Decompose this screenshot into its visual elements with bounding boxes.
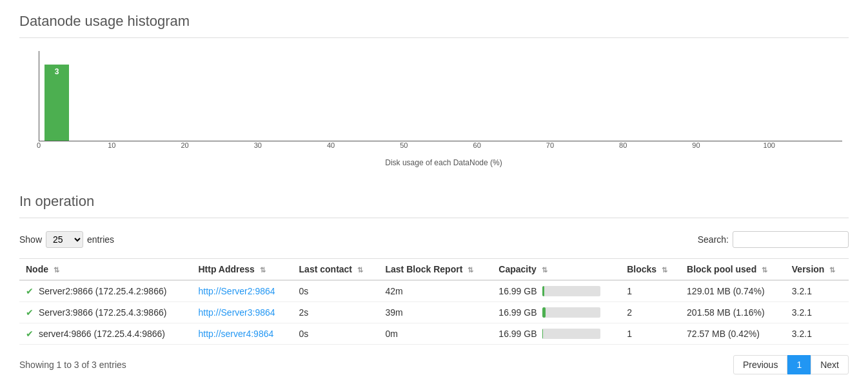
http-cell: http://Server3:9864: [192, 302, 293, 323]
histogram-bar: 3: [44, 65, 69, 141]
sort-icon-contact: ⇅: [357, 266, 363, 274]
x-tick-20: 20: [181, 141, 188, 149]
version-cell: 3.2.1: [785, 302, 849, 323]
table-body: ✔ Server2:9866 (172.25.4.2:9866) http://…: [19, 280, 849, 345]
version-cell: 3.2.1: [785, 280, 849, 302]
capacity-bar-container: [542, 307, 600, 318]
capacity-bar-container: [542, 329, 600, 339]
sort-icon-node: ⇅: [54, 266, 59, 274]
last-contact-cell: 0s: [293, 280, 379, 302]
sort-icon-http: ⇅: [260, 266, 266, 274]
x-tick-90: 90: [692, 141, 700, 149]
col-last-block-report[interactable]: Last Block Report ⇅: [379, 259, 493, 281]
in-operation-section: In operation Show 25 10 50 100 entries S…: [19, 193, 849, 374]
http-link[interactable]: http://Server2:9864: [199, 286, 275, 296]
node-name: server4:9866 (172.25.4.4:9866): [39, 329, 165, 339]
http-link[interactable]: http://server4:9864: [199, 329, 274, 339]
next-button[interactable]: Next: [811, 355, 849, 374]
histogram-chart: 3: [39, 51, 842, 141]
node-cell: ✔ Server2:9866 (172.25.4.2:9866): [19, 280, 192, 302]
sort-icon-pool: ⇅: [762, 266, 767, 274]
sort-icon-capacity: ⇅: [542, 266, 547, 274]
table-header: Node ⇅ Http Address ⇅ Last contact ⇅ Las…: [19, 259, 849, 281]
capacity-text: 16.99 GB: [498, 329, 537, 339]
col-version[interactable]: Version ⇅: [785, 259, 849, 281]
show-entries-control: Show 25 10 50 100 entries: [19, 231, 114, 248]
histogram-divider: [19, 37, 849, 38]
blocks-cell: 1: [620, 280, 680, 302]
node-name: Server2:9866 (172.25.4.2:9866): [39, 286, 166, 296]
previous-button[interactable]: Previous: [733, 355, 787, 374]
check-icon: ✔: [26, 307, 34, 318]
last-contact-cell: 2s: [293, 302, 379, 323]
check-icon: ✔: [26, 329, 34, 339]
page-1-button[interactable]: 1: [787, 355, 811, 374]
capacity-bar-fill: [542, 329, 544, 339]
sort-icon-block-report: ⇅: [468, 266, 473, 274]
http-cell: http://Server2:9864: [192, 280, 293, 302]
last-block-report-cell: 42m: [379, 280, 493, 302]
capacity-bar-fill: [542, 286, 544, 296]
last-block-report-cell: 0m: [379, 323, 493, 345]
pagination-buttons: Previous 1 Next: [733, 355, 849, 374]
node-cell: ✔ Server3:9866 (172.25.4.3:9866): [19, 302, 192, 323]
pagination-container: Showing 1 to 3 of 3 entries Previous 1 N…: [19, 355, 849, 374]
capacity-cell: 16.99 GB: [492, 323, 620, 345]
capacity-cell: 16.99 GB: [492, 302, 620, 323]
x-tick-50: 50: [400, 141, 408, 149]
table-row: ✔ server4:9866 (172.25.4.4:9866) http://…: [19, 323, 849, 345]
x-tick-70: 70: [546, 141, 554, 149]
sort-icon-blocks: ⇅: [662, 266, 667, 274]
x-axis-label: Disk usage of each DataNode (%): [39, 158, 849, 167]
capacity-text: 16.99 GB: [498, 286, 537, 296]
blocks-cell: 1: [620, 323, 680, 345]
search-input[interactable]: [733, 231, 849, 248]
col-last-contact[interactable]: Last contact ⇅: [293, 259, 379, 281]
capacity-cell: 16.99 GB: [492, 280, 620, 302]
x-tick-30: 30: [254, 141, 262, 149]
capacity-bar-fill: [542, 307, 546, 318]
http-link[interactable]: http://Server3:9864: [199, 307, 275, 318]
search-box: Search:: [698, 231, 849, 248]
node-cell: ✔ server4:9866 (172.25.4.4:9866): [19, 323, 192, 345]
last-block-report-cell: 39m: [379, 302, 493, 323]
show-entries-select[interactable]: 25 10 50 100: [46, 231, 83, 248]
show-label: Show: [19, 234, 42, 245]
x-tick-40: 40: [327, 141, 335, 149]
block-pool-cell: 201.58 MB (1.16%): [680, 302, 785, 323]
histogram-title: Datanode usage histogram: [19, 13, 849, 30]
x-axis: 0 10 20 30 40 50 60 70 80 90 100: [39, 141, 842, 154]
histogram-section: Datanode usage histogram 3 0 10 20 30 40…: [19, 13, 849, 167]
showing-text: Showing 1 to 3 of 3 entries: [19, 360, 126, 370]
table-row: ✔ Server2:9866 (172.25.4.2:9866) http://…: [19, 280, 849, 302]
version-cell: 3.2.1: [785, 323, 849, 345]
sort-icon-version: ⇅: [829, 266, 835, 274]
block-pool-cell: 72.57 MB (0.42%): [680, 323, 785, 345]
check-icon: ✔: [26, 286, 34, 296]
http-cell: http://server4:9864: [192, 323, 293, 345]
in-operation-title: In operation: [19, 193, 849, 210]
datanode-table: Node ⇅ Http Address ⇅ Last contact ⇅ Las…: [19, 258, 849, 345]
col-node[interactable]: Node ⇅: [19, 259, 192, 281]
node-name: Server3:9866 (172.25.4.3:9866): [39, 307, 166, 318]
block-pool-cell: 129.01 MB (0.74%): [680, 280, 785, 302]
col-block-pool[interactable]: Block pool used ⇅: [680, 259, 785, 281]
col-blocks[interactable]: Blocks ⇅: [620, 259, 680, 281]
x-tick-100: 100: [764, 141, 775, 149]
x-tick-60: 60: [473, 141, 481, 149]
table-controls: Show 25 10 50 100 entries Search:: [19, 231, 849, 248]
capacity-text: 16.99 GB: [498, 307, 537, 318]
last-contact-cell: 0s: [293, 323, 379, 345]
entries-label: entries: [87, 234, 114, 245]
blocks-cell: 2: [620, 302, 680, 323]
capacity-bar-container: [542, 286, 600, 296]
x-tick-80: 80: [619, 141, 627, 149]
x-tick-0: 0: [37, 141, 41, 149]
search-label: Search:: [698, 234, 729, 245]
col-capacity[interactable]: Capacity ⇅: [492, 259, 620, 281]
col-http[interactable]: Http Address ⇅: [192, 259, 293, 281]
table-row: ✔ Server3:9866 (172.25.4.3:9866) http://…: [19, 302, 849, 323]
in-operation-divider: [19, 218, 849, 218]
x-tick-10: 10: [108, 141, 115, 149]
